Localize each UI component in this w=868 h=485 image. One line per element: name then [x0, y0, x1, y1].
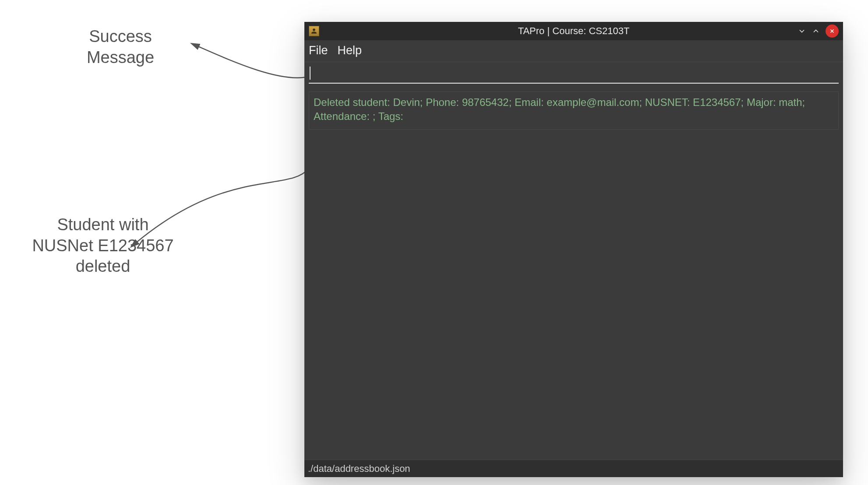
annotation-success-message: Success Message	[44, 26, 197, 68]
minimize-icon[interactable]	[797, 27, 806, 35]
status-path: ./data/addressbook.json	[308, 463, 410, 474]
annotation-text: NUSNet E1234567	[4, 235, 201, 257]
menu-file[interactable]: File	[309, 44, 328, 57]
status-bar: ./data/addressbook.json	[304, 460, 843, 477]
maximize-icon[interactable]	[812, 27, 820, 35]
command-input-area	[304, 62, 843, 84]
annotation-student-deleted: Student with NUSNet E1234567 deleted	[4, 214, 201, 277]
menu-bar: File Help	[304, 40, 843, 62]
app-icon	[309, 26, 319, 36]
title-controls	[797, 25, 839, 38]
arrow-icon	[184, 35, 315, 88]
annotation-text: deleted	[4, 256, 201, 277]
close-button[interactable]	[826, 25, 839, 38]
annotation-text: Student with	[4, 214, 201, 235]
title-bar: TAPro | Course: CS2103T	[304, 22, 843, 40]
app-window: TAPro | Course: CS2103T File Help Delete…	[304, 22, 843, 477]
result-panel: Deleted student: Devin; Phone: 98765432;…	[309, 91, 839, 130]
result-message: Deleted student: Devin; Phone: 98765432;…	[314, 95, 834, 124]
annotation-text: Message	[44, 47, 197, 68]
window-title: TAPro | Course: CS2103T	[304, 25, 843, 37]
command-input[interactable]	[309, 64, 839, 84]
menu-help[interactable]: Help	[338, 44, 362, 57]
annotation-text: Success	[44, 26, 197, 47]
